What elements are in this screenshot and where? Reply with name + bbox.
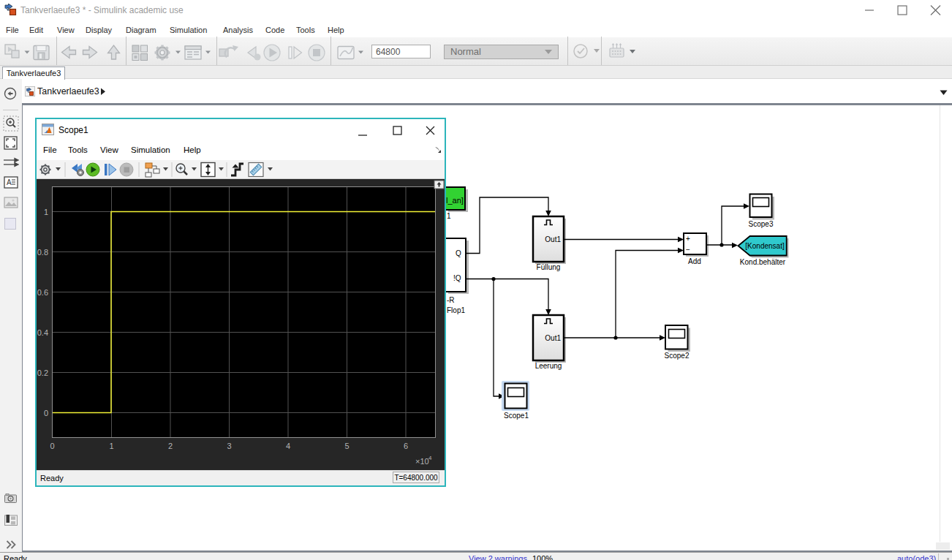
svg-text:6: 6 — [404, 442, 408, 450]
svg-text:−: − — [686, 246, 690, 254]
svg-text:Leerung: Leerung — [535, 362, 562, 370]
svg-text:0.6: 0.6 — [37, 288, 48, 297]
svg-text:4: 4 — [428, 455, 432, 461]
svg-text:!Q: !Q — [453, 274, 461, 282]
svg-text:1: 1 — [447, 212, 451, 220]
svg-text:0.8: 0.8 — [37, 248, 48, 257]
svg-text:Add: Add — [688, 257, 701, 265]
svg-text:Scope2: Scope2 — [665, 352, 690, 360]
svg-text:2: 2 — [168, 442, 173, 450]
svg-text:Kond.behälter: Kond.behälter — [740, 258, 786, 266]
svg-text:1: 1 — [109, 442, 113, 450]
svg-text:3: 3 — [227, 442, 231, 450]
svg-text:1: 1 — [44, 208, 48, 216]
svg-text:5: 5 — [344, 442, 349, 450]
svg-text:×10: ×10 — [415, 457, 429, 466]
svg-text:Scope3: Scope3 — [749, 220, 774, 228]
svg-text:l_an]: l_an] — [446, 196, 464, 205]
svg-text:0: 0 — [50, 442, 54, 450]
svg-text:[Kondensat]: [Kondensat] — [745, 242, 785, 250]
svg-text:Flop1: Flop1 — [447, 306, 465, 314]
svg-text:+: + — [686, 235, 690, 243]
svg-text:A: A — [7, 178, 12, 186]
svg-text:4: 4 — [286, 442, 290, 450]
svg-text:-R: -R — [447, 296, 455, 304]
svg-text:0.2: 0.2 — [37, 368, 48, 377]
svg-text:Out1: Out1 — [545, 334, 561, 342]
svg-text:Füllung: Füllung — [537, 263, 561, 271]
svg-text:Scope1: Scope1 — [504, 412, 529, 420]
svg-text:0.4: 0.4 — [37, 328, 48, 337]
svg-text:0: 0 — [44, 409, 48, 417]
svg-text:Q: Q — [456, 249, 461, 257]
svg-text:Out1: Out1 — [545, 235, 561, 243]
